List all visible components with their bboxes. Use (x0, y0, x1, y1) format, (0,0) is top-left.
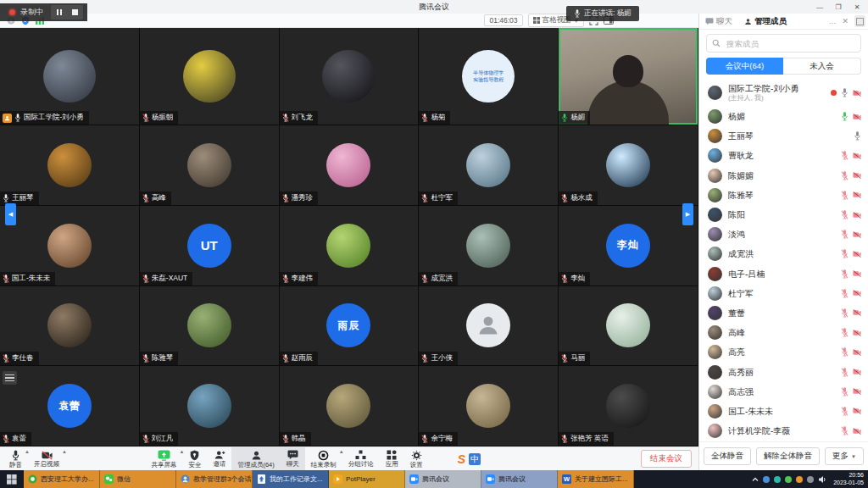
taskbar-app-button[interactable]: W关于建立国际工... (558, 470, 634, 488)
tray-app-blue-icon[interactable] (763, 476, 770, 483)
tray-app-green-icon[interactable] (785, 476, 792, 483)
tab-in-meeting[interactable]: 会议中(64) (706, 58, 783, 75)
member-camera-off-icon[interactable] (853, 309, 861, 316)
member-row[interactable]: 董蕾 (699, 303, 868, 323)
member-mic-off-icon[interactable] (841, 210, 849, 219)
participant-tile[interactable]: 刘江凡 (140, 366, 280, 446)
member-mic-off-icon[interactable] (841, 289, 849, 298)
member-row[interactable]: 成宽洪 (699, 244, 868, 263)
start-button[interactable] (0, 470, 24, 488)
member-row[interactable]: 淡鸿 (699, 225, 868, 244)
panel-close-button[interactable]: ✕ (842, 17, 849, 25)
video-button[interactable]: 开启视频 ▲ (28, 447, 65, 471)
security-button[interactable]: 安全 (182, 447, 207, 471)
invite-button[interactable]: 邀请 (207, 447, 231, 471)
member-camera-off-icon[interactable] (853, 349, 861, 356)
member-camera-off-icon[interactable] (853, 212, 861, 219)
member-camera-off-icon[interactable] (853, 330, 861, 336)
chevron-up-icon[interactable]: ▲ (62, 449, 67, 454)
end-meeting-button[interactable]: 结束会议 (641, 450, 692, 468)
participant-tile[interactable]: 张艳芳 英语 (559, 366, 698, 446)
panel-more-button[interactable]: … (828, 17, 836, 25)
taskbar-app-button[interactable]: 西安理工大学办... (24, 470, 100, 488)
member-mic-off-icon[interactable] (841, 387, 849, 396)
member-camera-off-icon[interactable] (853, 152, 861, 159)
tab-manage-members[interactable]: 管理成员 (738, 14, 793, 29)
participant-tile[interactable]: UT朱磊-XAUT (140, 206, 280, 286)
mute-button[interactable]: 静音 ▲ (3, 447, 28, 471)
previous-page-button[interactable]: ◀ (5, 203, 16, 225)
member-mic-off-icon[interactable] (841, 308, 849, 318)
chat-button[interactable]: 聊天 (281, 447, 305, 471)
close-button[interactable]: ✕ (848, 0, 866, 14)
member-row[interactable]: 曹耿龙 (699, 146, 868, 165)
settings-button[interactable]: 设置 (404, 447, 429, 471)
members-button[interactable]: 管理成员(64) (231, 447, 280, 471)
participant-tile[interactable]: 马丽 (559, 286, 698, 367)
participant-tile[interactable]: 袁蕾袁蕾 (0, 366, 140, 446)
pause-recording-button[interactable] (51, 5, 67, 19)
member-mic-off-icon[interactable] (841, 269, 849, 279)
member-mic-icon[interactable] (854, 131, 861, 141)
member-camera-off-icon[interactable] (853, 290, 861, 297)
member-mic-off-icon[interactable] (841, 171, 849, 180)
member-mic-icon[interactable] (841, 88, 849, 97)
participant-tile[interactable]: 国工-朱未未 (0, 206, 140, 286)
participant-tile[interactable]: 王丽琴 (0, 125, 140, 206)
taskbar-app-button[interactable]: PotPlayer (329, 470, 405, 488)
taskbar-app-button[interactable]: 腾讯会议 (481, 470, 558, 488)
member-mic-off-icon[interactable] (841, 328, 849, 337)
participant-tile[interactable]: 李仕春 (0, 286, 140, 367)
taskbar-app-button[interactable]: 腾讯会议 (405, 470, 481, 488)
member-row[interactable]: 陈雅琴 (699, 186, 868, 205)
tray-app-orange-icon[interactable] (796, 476, 803, 483)
member-row[interactable]: 高峰 (699, 323, 868, 342)
participant-tile[interactable]: 成宽洪 (419, 206, 559, 286)
more-actions-button[interactable]: 更多▼ (825, 447, 864, 465)
taskbar-app-button[interactable]: 我的工作记录文... (253, 470, 329, 488)
participant-tile[interactable]: 李灿李灿 (559, 206, 698, 286)
panel-detach-icon[interactable] (854, 15, 865, 27)
tray-volume-icon[interactable] (818, 475, 826, 484)
tray-expand-icon[interactable] (752, 476, 759, 483)
record-button[interactable]: 结束录制 ▲ (305, 447, 342, 471)
mute-all-button[interactable]: 全体静音 (704, 447, 751, 465)
participant-tile[interactable]: 雨辰赵雨辰 (280, 286, 420, 367)
member-search-input[interactable] (725, 38, 855, 49)
participant-tile[interactable]: 王小侠 (419, 286, 559, 367)
participant-tile[interactable]: 高峰 (140, 125, 280, 206)
next-page-button[interactable]: ▶ (682, 203, 693, 225)
member-row[interactable]: 陈阳 (699, 205, 868, 225)
member-row[interactable]: 国际工学院-刘小勇(主持人, 我) (699, 79, 868, 107)
member-row[interactable]: 杨媚 (699, 107, 868, 126)
member-mic-off-icon[interactable] (841, 230, 849, 239)
participant-tile[interactable]: 半导体物理学实验指导教程杨菊 (419, 28, 559, 125)
layout-indicator-icon[interactable] (3, 371, 17, 385)
participant-tile[interactable]: 杜宁军 (419, 125, 559, 206)
member-mic-off-icon[interactable] (841, 249, 849, 258)
tab-chat[interactable]: 聊天 (699, 14, 738, 29)
member-camera-off-icon[interactable] (853, 172, 861, 179)
member-camera-off-icon[interactable] (853, 428, 861, 435)
member-mic-icon[interactable] (841, 112, 849, 121)
member-mic-off-icon[interactable] (841, 191, 849, 200)
member-row[interactable]: 陈媚媚 (699, 166, 868, 186)
member-camera-off-icon[interactable] (853, 191, 861, 198)
maximize-button[interactable]: ❐ (829, 0, 848, 14)
member-row[interactable]: 杜宁军 (699, 284, 868, 303)
member-camera-off-icon[interactable] (853, 388, 861, 395)
member-camera-off-icon[interactable] (853, 90, 861, 97)
member-mic-off-icon[interactable] (841, 368, 849, 377)
member-mic-off-icon[interactable] (841, 426, 849, 435)
stop-recording-button[interactable] (67, 5, 83, 19)
member-camera-off-icon[interactable] (853, 408, 861, 414)
taskbar-app-button[interactable]: 教学管理群3个会话 (176, 470, 253, 488)
taskbar-clock[interactable]: 20:56 2023-01-05 (831, 472, 864, 486)
member-search-box[interactable] (706, 34, 861, 53)
tray-app-gray-icon[interactable] (807, 476, 814, 483)
participant-tile[interactable]: 杨媚 (559, 28, 698, 125)
input-method-indicator[interactable]: S 中 (458, 452, 481, 466)
breakout-button[interactable]: 分组讨论 (342, 447, 380, 471)
member-row[interactable]: 高志强 (699, 382, 868, 402)
member-camera-off-icon[interactable] (853, 114, 861, 120)
